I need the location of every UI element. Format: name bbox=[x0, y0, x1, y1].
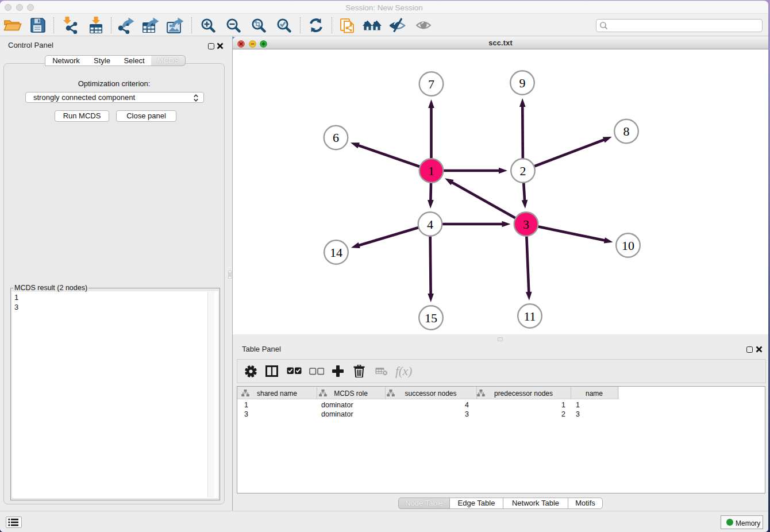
svg-text:11: 11 bbox=[523, 309, 536, 323]
svg-text:8: 8 bbox=[623, 124, 630, 138]
svg-text:7: 7 bbox=[428, 77, 434, 91]
svg-text:2: 2 bbox=[520, 164, 526, 178]
svg-text:9: 9 bbox=[519, 76, 526, 90]
svg-text:6: 6 bbox=[333, 130, 339, 145]
svg-text:10: 10 bbox=[622, 238, 634, 253]
svg-text:3: 3 bbox=[523, 217, 529, 232]
svg-text:14: 14 bbox=[330, 245, 342, 260]
svg-text:1: 1 bbox=[428, 164, 434, 178]
svg-text:15: 15 bbox=[425, 311, 437, 325]
svg-text:4: 4 bbox=[427, 217, 433, 232]
